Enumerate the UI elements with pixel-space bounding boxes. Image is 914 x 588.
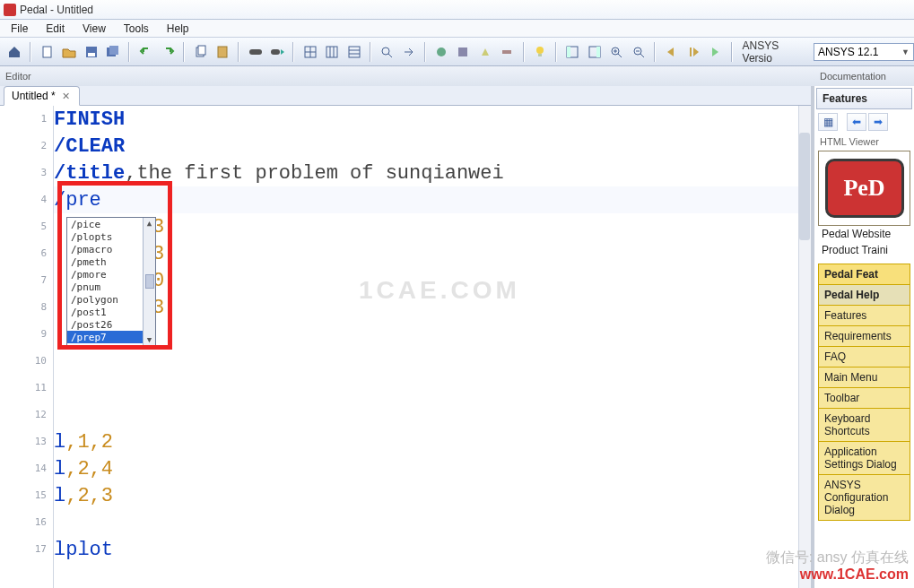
open-icon[interactable] <box>60 42 78 62</box>
copy-icon[interactable] <box>191 42 209 62</box>
code-line[interactable] <box>54 348 798 375</box>
svg-rect-37 <box>690 48 692 56</box>
autocomplete-item[interactable]: /polygon <box>67 293 143 306</box>
line-number: 8 <box>0 301 47 313</box>
svg-rect-6 <box>198 46 205 55</box>
nav-back-icon[interactable]: ⬅ <box>847 113 866 131</box>
code-line[interactable] <box>54 375 798 402</box>
feature-nav: ▦ ⬅ ➡ <box>818 111 910 133</box>
link-website[interactable]: Pedal Website <box>818 226 910 242</box>
code-line[interactable] <box>54 402 798 428</box>
code-line[interactable]: 3 <box>54 213 798 240</box>
menu-help[interactable]: Help <box>160 21 196 37</box>
version-select[interactable]: ANSYS 12.1 ▼ <box>814 43 914 61</box>
tab-bar: Untitled * ✕ <box>0 86 811 106</box>
feature-item[interactable]: ANSYS Configuration Dialog <box>819 475 910 521</box>
controller-icon[interactable] <box>246 42 264 62</box>
html-viewer-label: HTML Viewer <box>814 133 914 151</box>
autocomplete-item[interactable]: /plopts <box>67 230 143 243</box>
code-line[interactable]: l,2,4 <box>54 455 798 482</box>
code-line[interactable]: FINISH <box>54 106 798 133</box>
code-line[interactable]: l,2,3 <box>54 482 798 509</box>
feature-item[interactable]: Main Menu <box>819 368 910 388</box>
nav-home-icon[interactable]: ▦ <box>818 113 838 131</box>
line-number: 14 <box>0 463 47 474</box>
controller-play-icon[interactable] <box>268 42 286 62</box>
toolbar: ANSYS Versio ANSYS 12.1 ▼ <box>0 38 914 66</box>
vertical-scrollbar[interactable] <box>798 106 811 588</box>
line-number: 15 <box>0 489 47 501</box>
editor-body[interactable]: 1234567891011121314151617 FINISH/CLEAR/t… <box>0 106 811 588</box>
code-line[interactable]: lplot <box>54 536 798 563</box>
scroll-up-icon[interactable]: ▲ <box>144 218 155 229</box>
feature-item[interactable]: Keyboard Shortcuts <box>819 409 910 442</box>
grid1-icon[interactable] <box>300 42 318 62</box>
step-icon[interactable] <box>684 42 702 62</box>
line-number: 4 <box>0 194 47 205</box>
autocomplete-item[interactable]: /pice <box>67 218 143 230</box>
paste-icon[interactable] <box>213 42 231 62</box>
redo-icon[interactable] <box>159 42 177 62</box>
find-icon[interactable] <box>378 42 396 62</box>
play-left-icon[interactable] <box>662 42 680 62</box>
code-line[interactable]: /pre <box>54 186 798 213</box>
code-line[interactable]: /CLEAR <box>54 133 798 160</box>
svg-rect-29 <box>596 47 600 57</box>
grid3-icon[interactable] <box>344 42 362 62</box>
autocomplete-item[interactable]: /pmeth <box>67 255 143 268</box>
svg-rect-22 <box>458 48 467 56</box>
tool-d-icon[interactable] <box>498 42 516 62</box>
feature-item[interactable]: Features <box>819 306 910 326</box>
scroll-down-icon[interactable]: ▼ <box>144 334 155 345</box>
new-icon[interactable] <box>38 42 56 62</box>
scroll-thumb[interactable] <box>799 133 810 240</box>
undo-icon[interactable] <box>136 42 154 62</box>
autocomplete-popup[interactable]: /pice/plopts/pmacro/pmeth/pmore/pnum/pol… <box>66 217 156 346</box>
panel2-icon[interactable] <box>586 42 604 62</box>
autocomplete-item[interactable]: /pmacro <box>67 243 143 255</box>
bulb-icon[interactable] <box>531 42 549 62</box>
save-icon[interactable] <box>82 42 100 62</box>
zoom-out-icon[interactable] <box>630 42 648 62</box>
link-training[interactable]: Product Traini <box>818 242 910 258</box>
code-line[interactable]: l,1,2 <box>54 428 798 455</box>
code-line[interactable]: 3 <box>54 294 798 321</box>
menu-tools[interactable]: Tools <box>117 21 156 37</box>
editor-panel: Untitled * ✕ 1234567891011121314151617 F… <box>0 86 814 588</box>
feature-item[interactable]: FAQ <box>819 347 910 368</box>
close-icon[interactable]: ✕ <box>61 91 72 101</box>
line-number: 10 <box>0 355 47 367</box>
menu-view[interactable]: View <box>75 21 113 37</box>
menu-edit[interactable]: Edit <box>39 21 72 37</box>
editor-tab[interactable]: Untitled * ✕ <box>4 86 80 106</box>
tool-c-icon[interactable] <box>476 42 494 62</box>
autocomplete-item[interactable]: /pnum <box>67 281 143 293</box>
menu-file[interactable]: File <box>4 21 35 37</box>
code-line[interactable] <box>54 509 798 536</box>
scroll-thumb-small[interactable] <box>145 274 154 289</box>
code-line[interactable] <box>54 321 798 348</box>
feature-item[interactable]: Pedal Help <box>819 285 910 306</box>
nav-forward-icon[interactable]: ➡ <box>868 113 888 131</box>
autocomplete-item[interactable]: /pmore <box>67 268 143 281</box>
save-all-icon[interactable] <box>104 42 122 62</box>
code-line[interactable]: 3 <box>54 240 798 267</box>
autocomplete-item[interactable]: /post26 <box>67 318 143 331</box>
code-line[interactable]: /title,the first problem of sunqianwei <box>54 160 798 186</box>
code-line[interactable]: 0 <box>54 267 798 294</box>
tool-a-icon[interactable] <box>432 42 450 62</box>
feature-item[interactable]: Toolbar <box>819 388 910 409</box>
feature-item[interactable]: Application Settings Dialog <box>819 442 910 475</box>
feature-item[interactable]: Requirements <box>819 326 910 347</box>
autocomplete-scrollbar[interactable]: ▲ ▼ <box>143 218 155 345</box>
grid2-icon[interactable] <box>323 42 341 62</box>
autocomplete-item-selected[interactable]: /prep7 <box>67 331 143 343</box>
tool-b-icon[interactable] <box>454 42 472 62</box>
home-icon[interactable] <box>5 42 23 62</box>
line-number: 9 <box>0 328 47 340</box>
goto-icon[interactable] <box>399 42 417 62</box>
panel1-icon[interactable] <box>563 42 581 62</box>
play-right-icon[interactable] <box>706 42 724 62</box>
autocomplete-item[interactable]: /post1 <box>67 306 143 318</box>
zoom-in-icon[interactable] <box>607 42 625 62</box>
